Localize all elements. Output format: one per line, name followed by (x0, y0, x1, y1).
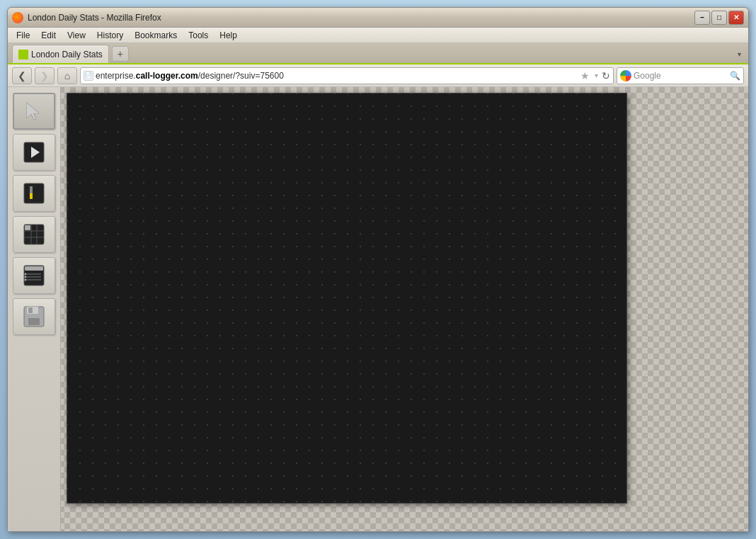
svg-rect-24 (28, 307, 33, 313)
canvas-area[interactable] (61, 87, 748, 531)
menu-bookmarks[interactable]: Bookmarks (129, 29, 183, 42)
title-bar: London Daily Stats - Mozilla Firefox – □… (8, 8, 748, 28)
svg-marker-1 (27, 103, 39, 120)
tab-label: London Daily Stats (31, 50, 103, 59)
svg-rect-4 (24, 183, 44, 203)
tool-gauge[interactable] (13, 175, 55, 212)
refresh-button[interactable]: ↻ (602, 70, 610, 81)
forward-button[interactable]: ❯ (35, 67, 55, 84)
tab-bar: London Daily Stats + ▾ (8, 43, 748, 64)
grid-icon (23, 223, 45, 246)
tool-widget[interactable] (13, 134, 55, 171)
security-icon: 📄 (84, 71, 93, 81)
menu-edit[interactable]: Edit (35, 29, 62, 42)
tool-save[interactable] (13, 298, 55, 335)
menu-view[interactable]: View (62, 29, 91, 42)
svg-rect-12 (25, 225, 30, 230)
google-search-input[interactable]: Google (634, 71, 728, 81)
gauge-icon (23, 182, 45, 205)
back-button[interactable]: ❮ (12, 67, 32, 84)
window-title: London Daily Stats - Mozilla Firefox (28, 13, 694, 23)
left-toolbar (8, 87, 61, 531)
svg-rect-14 (25, 266, 43, 271)
menu-file[interactable]: File (11, 29, 35, 42)
tab-dropdown-arrow[interactable]: ▾ (733, 47, 745, 60)
tab-favicon (18, 50, 28, 59)
close-button[interactable]: ✕ (728, 11, 744, 25)
widget-icon (23, 141, 45, 164)
maximize-button[interactable]: □ (711, 11, 727, 25)
address-bar[interactable]: 📄 enterprise.call-logger.com/designer/?s… (80, 67, 614, 84)
menu-history[interactable]: History (91, 29, 129, 42)
browser-window: London Daily Stats - Mozilla Firefox – □… (7, 7, 749, 532)
content-area (8, 87, 748, 531)
svg-rect-6 (30, 186, 33, 193)
cursor-icon (23, 100, 45, 123)
browser-icon (12, 12, 23, 23)
bookmark-star-icon[interactable]: ★ (580, 70, 590, 81)
nav-bar: ❮ ❯ ⌂ 📄 enterprise.call-logger.com/desig… (8, 64, 748, 87)
svg-point-18 (25, 273, 27, 276)
bookmark-down-icon[interactable]: ▾ (595, 72, 598, 79)
home-button[interactable]: ⌂ (57, 67, 77, 84)
svg-point-20 (25, 279, 27, 281)
window-controls: – □ ✕ (694, 11, 744, 25)
search-icon[interactable]: 🔍 (730, 71, 740, 81)
tool-grid[interactable] (13, 216, 55, 253)
new-tab-button[interactable]: + (112, 46, 129, 62)
menu-bar: File Edit View History Bookmarks Tools H… (8, 28, 748, 43)
svg-point-19 (25, 276, 27, 278)
tool-list[interactable] (13, 257, 55, 294)
design-canvas[interactable] (67, 93, 627, 504)
minimize-button[interactable]: – (694, 11, 710, 25)
tab-london-daily-stats[interactable]: London Daily Stats (12, 45, 109, 63)
tool-cursor[interactable] (13, 93, 55, 130)
save-icon (23, 305, 45, 328)
google-search-bar[interactable]: Google 🔍 (617, 67, 744, 84)
address-text: enterprise.call-logger.com/designer/?sui… (96, 71, 577, 81)
svg-rect-23 (28, 318, 40, 325)
list-icon (23, 264, 45, 287)
menu-tools[interactable]: Tools (183, 29, 214, 42)
google-logo-icon (620, 70, 631, 81)
menu-help[interactable]: Help (214, 29, 243, 42)
